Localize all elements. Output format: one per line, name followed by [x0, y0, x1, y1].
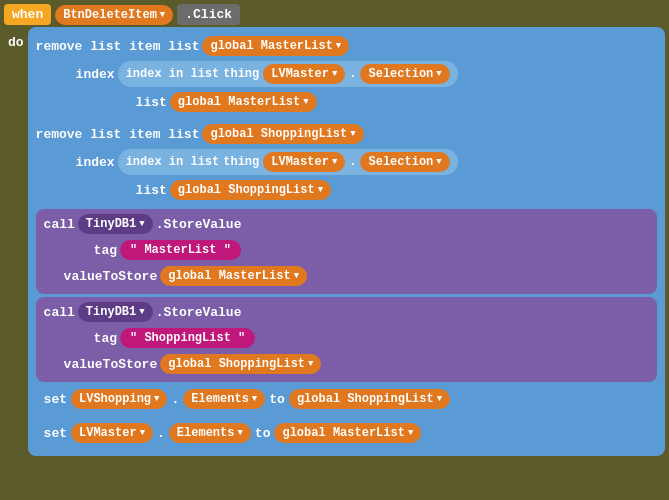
lvmaster-dropdown[interactable]: LVMaster [71, 423, 153, 443]
btn-delete-item-dropdown[interactable]: BtnDeleteItem [55, 5, 173, 25]
store-value-label-2: .StoreValue [156, 305, 242, 320]
get-global-shoppinglist-1[interactable]: global ShoppingList [202, 124, 363, 144]
get-global-masterlist-2[interactable]: global MasterList [170, 92, 317, 112]
index-label-2: index [76, 155, 115, 170]
dot-separator-2: . [349, 155, 356, 169]
index-in-list-block-2: index in list thing LVMaster . Selection [118, 149, 458, 175]
list-label-1: list [136, 95, 167, 110]
thing-label-1: thing [223, 67, 259, 81]
tag-label-2: tag [94, 331, 117, 346]
value-to-store-row-2: valueToStore global ShoppingList [64, 354, 649, 374]
get-global-shoppinglist-store-1[interactable]: global ShoppingList [160, 354, 321, 374]
get-global-shoppinglist-2[interactable]: global ShoppingList [170, 180, 331, 200]
index-row-2: index index in list thing LVMaster . Sel… [76, 149, 657, 175]
remove-block-1: remove list item list global MasterList … [36, 33, 657, 118]
index-label-1: index [76, 67, 115, 82]
set-label-1: set [44, 392, 67, 407]
call-row-2: call TinyDB1 .StoreValue [44, 302, 649, 322]
remove-row-2: remove list item list global ShoppingLis… [36, 124, 657, 144]
index-row-1: index index in list thing LVMaster . Sel… [76, 61, 657, 87]
selection-dropdown-2[interactable]: Selection [360, 152, 449, 172]
thing-label-2: thing [223, 155, 259, 169]
value-to-store-label-1: valueToStore [64, 269, 158, 284]
elements-dropdown-2[interactable]: Elements [169, 423, 251, 443]
call-label-2: call [44, 305, 75, 320]
dot-separator-1: . [349, 67, 356, 81]
call-row-1: call TinyDB1 .StoreValue [44, 214, 649, 234]
tinydb1-dropdown-2[interactable]: TinyDB1 [78, 302, 153, 322]
list-row-1: list global MasterList [136, 92, 657, 112]
do-container: remove list item list global MasterList … [28, 27, 665, 456]
lvshopping-dropdown[interactable]: LVShopping [71, 389, 167, 409]
call-block-2: call TinyDB1 .StoreValue tag " ShoppingL… [36, 297, 657, 382]
remove-label-2: remove list item list [36, 127, 200, 142]
remove-block-2: remove list item list global ShoppingLis… [36, 121, 657, 206]
to-label-1: to [269, 392, 285, 407]
when-row: when BtnDeleteItem .Click [4, 4, 665, 25]
value-to-store-label-2: valueToStore [64, 357, 158, 372]
tag-row-1: tag " MasterList " [94, 240, 649, 260]
dot-1: . [171, 392, 179, 407]
dot-2: . [157, 426, 165, 441]
remove-label-1: remove list item list [36, 39, 200, 54]
list-row-2: list global ShoppingList [136, 180, 657, 200]
set-row-1: set LVShopping . Elements to global Shop… [36, 385, 657, 413]
remove-row-1: remove list item list global MasterList [36, 36, 657, 56]
tag-label-1: tag [94, 243, 117, 258]
call-block-1: call TinyDB1 .StoreValue tag " MasterLis… [36, 209, 657, 294]
set-label-2: set [44, 426, 67, 441]
masterlist-string-1[interactable]: " MasterList " [120, 240, 241, 260]
click-event: .Click [177, 4, 240, 25]
do-wrapper: do remove list item list global MasterLi… [8, 27, 665, 456]
do-keyword: do [8, 35, 24, 456]
list-label-2: list [136, 183, 167, 198]
index-in-list-block-1: index in list thing LVMaster . Selection [118, 61, 458, 87]
get-global-masterlist-1[interactable]: global MasterList [202, 36, 349, 56]
get-global-masterlist-store-1[interactable]: global MasterList [160, 266, 307, 286]
main-container: when BtnDeleteItem .Click do remove list… [0, 0, 669, 500]
shoppinglist-string-1[interactable]: " ShoppingList " [120, 328, 255, 348]
when-keyword: when [4, 4, 51, 25]
lv-master-dropdown-1[interactable]: LVMaster [263, 64, 345, 84]
index-in-list-label-2: index in list [126, 155, 220, 169]
elements-dropdown-1[interactable]: Elements [183, 389, 265, 409]
tinydb1-dropdown-1[interactable]: TinyDB1 [78, 214, 153, 234]
get-global-masterlist-set[interactable]: global MasterList [274, 423, 421, 443]
store-value-label-1: .StoreValue [156, 217, 242, 232]
set-row-2: set LVMaster . Elements to global Master… [36, 419, 657, 447]
value-to-store-row-1: valueToStore global MasterList [64, 266, 649, 286]
call-label-1: call [44, 217, 75, 232]
index-in-list-label-1: index in list [126, 67, 220, 81]
to-label-2: to [255, 426, 271, 441]
get-global-shoppinglist-set[interactable]: global ShoppingList [289, 389, 450, 409]
selection-dropdown-1[interactable]: Selection [360, 64, 449, 84]
tag-row-2: tag " ShoppingList " [94, 328, 649, 348]
lv-master-dropdown-2[interactable]: LVMaster [263, 152, 345, 172]
